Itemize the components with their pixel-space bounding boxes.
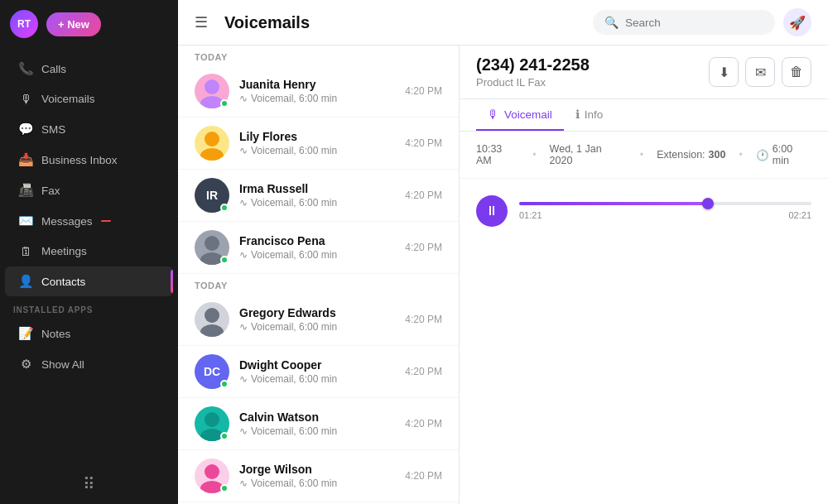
delete-button[interactable]: 🗑 xyxy=(782,57,811,87)
contact-time: 4:20 PM xyxy=(405,366,442,377)
sidebar-item-label: Calls xyxy=(41,63,66,75)
list-item[interactable]: IR Irma Russell ∿ Voicemail, 6:00 min 4:… xyxy=(178,170,459,222)
contact-name: Francisco Pena xyxy=(239,234,395,247)
mail-button[interactable]: ✉ xyxy=(745,57,775,87)
tab-info[interactable]: ℹ Info xyxy=(564,99,615,131)
online-indicator xyxy=(220,432,229,440)
avatar xyxy=(195,302,229,337)
player-section: ⏸ 01:21 02:21 xyxy=(460,179,828,243)
sidebar-item-contacts[interactable]: 👤 Contacts xyxy=(5,266,173,296)
list-item[interactable]: Jorge Wilson ∿ Voicemail, 6:00 min 4:20 … xyxy=(178,450,459,502)
main-content: ☰ Voicemails 🔍 🚀 TODAY xyxy=(178,0,828,504)
new-button[interactable]: + New xyxy=(46,12,101,36)
contact-info: Francisco Pena ∿ Voicemail, 6:00 min xyxy=(239,234,395,261)
search-input[interactable] xyxy=(625,17,763,29)
sidebar-item-fax[interactable]: 📠 Fax xyxy=(5,175,173,205)
voicemail-icon: ∿ xyxy=(239,145,248,156)
list-item[interactable]: Calvin Watson ∿ Voicemail, 6:00 min 4:20… xyxy=(178,398,459,450)
fax-icon: 📠 xyxy=(18,183,33,198)
hamburger-icon[interactable]: ☰ xyxy=(195,13,208,31)
list-item[interactable]: Francisco Pena ∿ Voicemail, 6:00 min 4:2… xyxy=(178,222,459,274)
grid-icon[interactable]: ⠿ xyxy=(83,474,95,494)
sidebar-item-voicemails[interactable]: 🎙 Voicemails xyxy=(5,84,173,113)
avatar: RT xyxy=(10,10,38,38)
svg-point-2 xyxy=(205,132,219,146)
sidebar-item-label: Messages xyxy=(41,215,93,228)
top-bar: ☰ Voicemails 🔍 🚀 xyxy=(178,0,828,46)
detail-title-area: (234) 241-2258 Product IL Fax xyxy=(476,55,590,89)
avatar-wrap xyxy=(195,126,229,161)
installed-apps-label: INSTALLED APPS xyxy=(0,297,178,318)
contact-name: Gregory Edwards xyxy=(239,306,395,319)
messages-icon: ✉️ xyxy=(18,214,33,228)
calls-icon: 📞 xyxy=(18,61,33,76)
sidebar-item-show-all[interactable]: ⚙ Show All xyxy=(5,349,173,379)
sidebar-top: RT + New xyxy=(0,0,178,48)
voicemail-icon: ∿ xyxy=(239,373,248,385)
sidebar-item-label: Notes xyxy=(41,328,70,340)
sidebar-item-meetings[interactable]: 🗓 Meetings xyxy=(5,237,173,266)
progress-bar[interactable] xyxy=(519,202,811,205)
online-indicator xyxy=(220,380,229,388)
voicemail-icon: ∿ xyxy=(239,478,248,489)
svg-point-6 xyxy=(205,308,219,323)
sidebar-item-label: Show All xyxy=(41,358,84,371)
contact-sub: ∿ Voicemail, 6:00 min xyxy=(239,425,395,437)
detail-header-bar: (234) 241-2258 Product IL Fax ⬇ ✉ 🗑 xyxy=(460,46,828,99)
svg-point-10 xyxy=(205,464,219,479)
meta-ext-value: 300 xyxy=(709,149,726,161)
contact-name: Lily Flores xyxy=(239,130,395,143)
avatar-wrap: IR xyxy=(195,178,229,213)
sidebar-item-label: Meetings xyxy=(41,245,87,257)
list-item[interactable]: Lily Flores ∿ Voicemail, 6:00 min 4:20 P… xyxy=(178,118,459,170)
top-bar-right: 🔍 🚀 xyxy=(593,8,811,36)
contact-info: Calvin Watson ∿ Voicemail, 6:00 min xyxy=(239,410,395,437)
list-item[interactable]: DC Dwight Cooper ∿ Voicemail, 6:00 min 4… xyxy=(178,346,459,398)
sidebar-item-notes[interactable]: 📝 Notes xyxy=(5,319,173,348)
time-labels: 01:21 02:21 xyxy=(519,210,811,220)
meta-extension: Extension: 300 xyxy=(657,149,725,161)
download-button[interactable]: ⬇ xyxy=(709,57,739,87)
contact-time: 4:20 PM xyxy=(405,314,442,325)
sidebar-item-business-inbox[interactable]: 📥 Business Inbox xyxy=(5,145,173,175)
sidebar-item-label: Fax xyxy=(41,185,60,197)
contact-info: Juanita Henry ∿ Voicemail, 6:00 min xyxy=(239,78,395,104)
pause-button[interactable]: ⏸ xyxy=(476,195,508,227)
list-item[interactable]: Juanita Henry ∿ Voicemail, 6:00 min 4:20… xyxy=(178,65,459,118)
detail-phone: (234) 241-2258 xyxy=(476,55,590,74)
body-row: TODAY Juanita Henry ∿ Voicemail, 6:00 mi… xyxy=(178,46,828,504)
contact-time: 4:20 PM xyxy=(405,190,442,201)
top-bar-left: ☰ Voicemails xyxy=(195,13,310,32)
contact-name: Juanita Henry xyxy=(239,78,395,91)
progress-thumb xyxy=(702,198,714,209)
contact-sub: ∿ Voicemail, 6:00 min xyxy=(239,249,395,261)
clock-icon: 🕐 xyxy=(756,149,769,161)
contact-sub: ∿ Voicemail, 6:00 min xyxy=(239,478,395,489)
voicemails-icon: 🎙 xyxy=(18,92,33,106)
meta-day: Wed, 1 Jan 2020 xyxy=(550,143,627,166)
tab-voicemail[interactable]: 🎙 Voicemail xyxy=(476,99,564,131)
contact-info: Gregory Edwards ∿ Voicemail, 6:00 min xyxy=(239,306,395,333)
sidebar-item-calls[interactable]: 📞 Calls xyxy=(5,54,173,84)
svg-point-7 xyxy=(200,324,224,337)
section-label-1: TODAY xyxy=(178,46,459,65)
contact-sub: ∿ Voicemail, 6:00 min xyxy=(239,145,395,156)
svg-point-4 xyxy=(205,236,219,251)
contact-info: Lily Flores ∿ Voicemail, 6:00 min xyxy=(239,130,395,156)
avatar-wrap xyxy=(195,406,229,441)
contact-sub: ∿ Voicemail, 6:00 min xyxy=(239,93,395,104)
rocket-button[interactable]: 🚀 xyxy=(783,8,811,36)
sidebar-item-label: SMS xyxy=(41,123,65,136)
sidebar-item-sms[interactable]: 💬 SMS xyxy=(5,114,173,144)
contact-name: Dwight Cooper xyxy=(239,358,395,372)
online-indicator xyxy=(220,99,229,108)
online-indicator xyxy=(220,256,229,264)
online-indicator xyxy=(220,204,229,212)
list-item[interactable]: Gregory Edwards ∿ Voicemail, 6:00 min 4:… xyxy=(178,294,459,346)
sidebar-item-messages[interactable]: ✉️ Messages xyxy=(5,206,173,236)
sidebar-item-label: Voicemails xyxy=(41,93,95,105)
meta-ext-label: Extension: xyxy=(657,149,705,161)
detail-tabs: 🎙 Voicemail ℹ Info xyxy=(460,99,828,132)
detail-meta: 10:33 AM • Wed, 1 Jan 2020 • Extension: … xyxy=(460,132,828,179)
notes-icon: 📝 xyxy=(18,326,33,341)
